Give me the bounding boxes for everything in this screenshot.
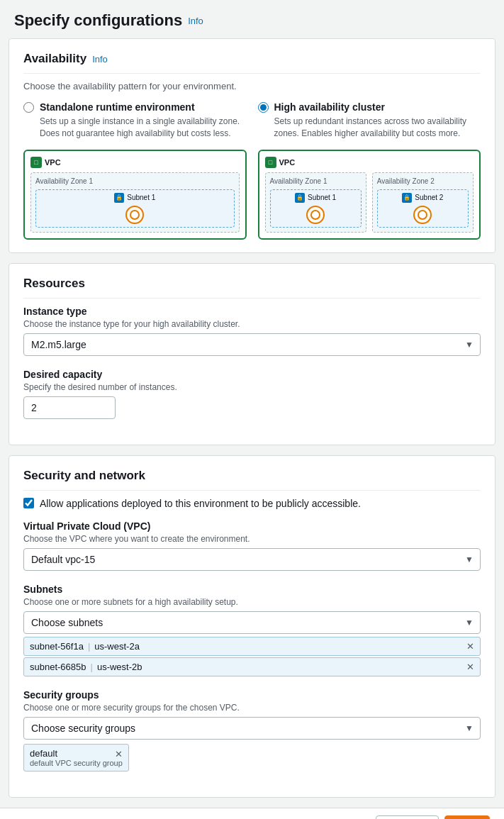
vpc-select-wrapper: Default vpc-15 ▼ xyxy=(23,548,481,571)
availability-header: Availability Info xyxy=(23,52,481,74)
sg-chip-desc: default VPC security group xyxy=(30,759,123,767)
availability-info-link[interactable]: Info xyxy=(92,54,108,65)
sg-chip-name: default xyxy=(30,748,123,759)
ha-vpc-label: □ VPC xyxy=(265,157,474,168)
instance-icon xyxy=(125,206,144,224)
security-groups-field: Security groups Choose one or more secur… xyxy=(23,689,481,771)
subnet-chip-2: subnet-6685b | us-west-2b ✕ xyxy=(23,657,481,676)
subnets-select[interactable]: Choose subnets xyxy=(23,611,481,634)
standalone-diagram: □ VPC Availability Zone 1 🔒 Subnet 1 xyxy=(23,150,247,240)
ha-instance1-icon xyxy=(306,206,325,224)
subnet-chip-1-az: us-west-2a xyxy=(94,641,140,652)
ha-subnet2-icon: 🔒 xyxy=(402,193,412,203)
next-button[interactable]: Next xyxy=(444,815,490,819)
standalone-desc: Sets up a single instance in a single av… xyxy=(40,116,247,140)
subnet-chip-2-az: us-west-2b xyxy=(97,662,142,672)
ha-vpc-icon: □ xyxy=(265,157,276,168)
security-network-title: Security and network xyxy=(23,469,145,483)
ha-az1: Availability Zone 1 🔒 Subnet 1 xyxy=(265,172,366,233)
standalone-radio[interactable] xyxy=(23,102,34,113)
availability-options: Standalone runtime environment Sets up a… xyxy=(23,101,481,240)
ha-subnet2: 🔒 Subnet 2 xyxy=(377,189,469,228)
page-title: Specify configurations xyxy=(14,11,182,30)
standalone-az1: Availability Zone 1 🔒 Subnet 1 xyxy=(30,172,240,233)
page-info-link[interactable]: Info xyxy=(188,16,203,26)
page-container: Specify configurations Info Availability… xyxy=(0,0,504,819)
footer-bar: Cancel Previous Next xyxy=(0,808,504,819)
security-network-header: Security and network xyxy=(23,469,481,491)
vpc-select[interactable]: Default vpc-15 xyxy=(23,548,481,571)
resources-header: Resources xyxy=(23,277,481,299)
instance-type-select-wrapper: M2.m5.large M2.m5.xlarge M2.m5.2xlarge ▼ xyxy=(23,333,481,356)
standalone-vpc-label: □ VPC xyxy=(30,157,240,168)
cancel-button[interactable]: Cancel xyxy=(315,815,371,819)
ha-az1-label: Availability Zone 1 xyxy=(270,177,362,185)
high-availability-option: High availability cluster Sets up redund… xyxy=(258,101,481,240)
security-groups-desc: Choose one or more security groups for t… xyxy=(23,703,481,713)
vpc-label: Virtual Private Cloud (VPC) xyxy=(23,520,481,532)
ha-az2: Availability Zone 2 🔒 Subnet 2 xyxy=(372,172,474,233)
availability-title: Availability xyxy=(23,52,86,66)
resources-title: Resources xyxy=(23,277,85,291)
ha-az2-label: Availability Zone 2 xyxy=(377,177,469,185)
standalone-az1-label: Availability Zone 1 xyxy=(35,177,235,185)
high-availability-radio-label[interactable]: High availability cluster xyxy=(258,101,481,113)
security-groups-label: Security groups xyxy=(23,689,481,701)
high-availability-desc: Sets up redundant instances across two a… xyxy=(274,116,481,140)
instance-type-desc: Choose the instance type for your high a… xyxy=(23,319,481,329)
vpc-field: Virtual Private Cloud (VPC) Choose the V… xyxy=(23,520,481,571)
high-availability-diagram: □ VPC Availability Zone 1 🔒 Subnet 1 xyxy=(258,150,481,240)
standalone-option: Standalone runtime environment Sets up a… xyxy=(23,101,247,240)
high-availability-radio[interactable] xyxy=(258,102,269,113)
desired-capacity-desc: Specify the desired number of instances. xyxy=(23,382,481,392)
subnet-chip-2-id: subnet-6685b xyxy=(30,662,86,672)
ha-az-container: Availability Zone 1 🔒 Subnet 1 xyxy=(265,172,474,233)
security-network-section: Security and network Allow applications … xyxy=(9,455,495,798)
sg-chip-remove[interactable]: ✕ xyxy=(115,749,123,759)
subnets-desc: Choose one or more subnets for a high av… xyxy=(23,597,481,607)
instance-type-select[interactable]: M2.m5.large M2.m5.xlarge M2.m5.2xlarge xyxy=(23,333,481,356)
public-accessible-label[interactable]: Allow applications deployed to this envi… xyxy=(40,498,361,509)
subnets-label: Subnets xyxy=(23,584,481,595)
vpc-icon: □ xyxy=(30,157,42,168)
standalone-az-container: Availability Zone 1 🔒 Subnet 1 xyxy=(30,172,240,233)
security-group-chip-default: default default VPC security group ✕ xyxy=(23,744,129,771)
desired-capacity-input[interactable] xyxy=(23,396,116,419)
availability-description: Choose the availability pattern for your… xyxy=(23,81,481,91)
instance-type-label: Instance type xyxy=(23,306,481,317)
subnets-field: Subnets Choose one or more subnets for a… xyxy=(23,584,481,676)
standalone-radio-label[interactable]: Standalone runtime environment xyxy=(23,101,247,113)
instance-type-field: Instance type Choose the instance type f… xyxy=(23,306,481,356)
ha-subnet1-icon: 🔒 xyxy=(295,193,305,203)
vpc-desc: Choose the VPC where you want to create … xyxy=(23,534,481,544)
availability-section: Availability Info Choose the availabilit… xyxy=(9,38,495,253)
security-groups-select[interactable]: Choose security groups xyxy=(23,717,481,740)
public-accessible-row: Allow applications deployed to this envi… xyxy=(23,498,481,509)
previous-button[interactable]: Previous xyxy=(376,815,438,819)
subnets-chips: subnet-56f1a | us-west-2a ✕ subnet-6685b… xyxy=(23,637,481,676)
desired-capacity-label: Desired capacity xyxy=(23,369,481,380)
subnet-chip-2-remove[interactable]: ✕ xyxy=(466,662,474,672)
subnet-chip-1-id: subnet-56f1a xyxy=(30,641,84,652)
subnet-chip-1: subnet-56f1a | us-west-2a ✕ xyxy=(23,637,481,656)
desired-capacity-field: Desired capacity Specify the desired num… xyxy=(23,369,481,419)
ha-instance2-icon xyxy=(413,206,432,224)
subnet-icon: 🔒 xyxy=(114,193,124,203)
public-accessible-checkbox[interactable] xyxy=(23,498,34,508)
standalone-subnet1: 🔒 Subnet 1 xyxy=(35,189,235,228)
page-header: Specify configurations Info xyxy=(0,0,504,38)
subnets-select-wrapper: Choose subnets ▼ xyxy=(23,611,481,634)
resources-section: Resources Instance type Choose the insta… xyxy=(9,263,495,445)
ha-subnet1: 🔒 Subnet 1 xyxy=(270,189,362,228)
security-groups-select-wrapper: Choose security groups ▼ xyxy=(23,717,481,740)
subnet-chip-1-remove[interactable]: ✕ xyxy=(466,641,474,652)
